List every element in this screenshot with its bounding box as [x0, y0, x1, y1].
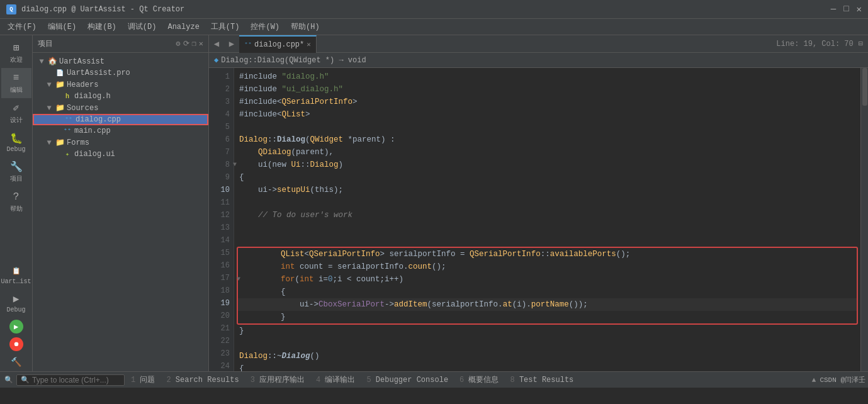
expand-headers[interactable]: ▼ [45, 81, 53, 89]
app-icon: Q [6, 4, 16, 14]
debug-label: Debug [6, 146, 25, 153]
line-num-21: 21 [213, 322, 230, 335]
tree-item-forms[interactable]: ▼ 📁 Forms [33, 137, 208, 149]
breadcrumb-icon: ◆ [214, 55, 218, 65]
design-icon: ✐ [10, 102, 23, 115]
fold-btn-17[interactable]: ▼ [237, 273, 240, 286]
fold-btn-8[interactable]: ▼ [233, 159, 237, 171]
line-num-6: 6 [213, 133, 230, 146]
bottom-tab-test-results[interactable]: 8 Test Results [505, 374, 578, 386]
menu-tools[interactable]: 工具(T) [206, 20, 245, 33]
bottom-tab-compile-output[interactable]: 4 编译输出 [311, 373, 360, 386]
welcome-label: 欢迎 [10, 55, 23, 64]
code-line-14 [234, 234, 860, 247]
code-line-3: #include<QSerialPortInfo> [234, 96, 860, 108]
bottom-tab-issues[interactable]: 1 问题 [126, 373, 160, 386]
run-button[interactable]: ▶ [9, 320, 23, 334]
search-input[interactable] [32, 376, 120, 384]
code-line-2: #include "ui_dialog.h" [234, 83, 860, 96]
expand-uartassist[interactable]: ▼ [38, 57, 45, 66]
sidebar-item-welcome[interactable]: ⊞ 欢迎 [1, 38, 31, 68]
main-cpp-label: main.cpp [74, 126, 111, 135]
tab-nav-left[interactable]: ◀ [209, 35, 224, 53]
split-editor-button[interactable]: ⊟ [859, 39, 863, 48]
bottom-tab-search-results[interactable]: 2 Search Results [161, 374, 244, 386]
code-editor[interactable]: 1 2 3 4 5 6 7 8 9 10 11 12 13 14 15 16 1 [209, 68, 868, 371]
edit-label: 编辑 [10, 86, 23, 94]
bottom-tab-debugger-console[interactable]: 5 Debugger Console [361, 374, 453, 386]
run-debug-label: Debug [6, 306, 25, 313]
dialog-ui-label: dialog.ui [74, 150, 115, 159]
line-num-4: 4 [213, 108, 230, 121]
menu-edit[interactable]: 编辑(E) [43, 20, 82, 33]
sidebar-item-uart[interactable]: 📋 Uart…ist [1, 261, 31, 289]
sidebar-item-edit[interactable]: ≡ 编辑 [1, 68, 31, 98]
menu-build[interactable]: 构建(B) [82, 20, 121, 33]
editor-scrollbar[interactable] [860, 68, 868, 371]
tab-close-button[interactable]: ✕ [307, 40, 311, 48]
tree-item-uartassist[interactable]: ▼ 🏠 UartAssist [33, 55, 208, 67]
code-line-16: int count = serialportInfo.count(); [238, 261, 857, 273]
wrench-button[interactable]: 🔨 [9, 355, 23, 369]
tab-bar: ◀ ▶ ⁺⁺ dialog.cpp* ✕ Line: 19, Col: 70 ⊟ [209, 35, 868, 53]
editor-tab-dialog-cpp[interactable]: ⁺⁺ dialog.cpp* ✕ [239, 35, 317, 53]
record-button[interactable]: ⏺ [9, 337, 23, 351]
close-button[interactable]: ✕ [857, 4, 862, 14]
line-num-9: 9 [213, 171, 230, 184]
tree-item-dialog-cpp[interactable]: ⁺⁺ dialog.cpp [33, 114, 208, 125]
bottom-tabs: 🔍 🔍 1 问题 2 Search Results 3 应用程序输出 4 编译输… [0, 371, 868, 388]
scrollbar-thumb[interactable] [862, 68, 867, 106]
code-line-5 [234, 121, 860, 133]
line-num-19: 19 [213, 297, 230, 310]
tree-item-dialog-ui[interactable]: ✦ dialog.ui [33, 149, 208, 160]
expand-dialog-h [53, 92, 60, 101]
tree-item-headers[interactable]: ▼ 📁 Headers [33, 79, 208, 91]
pro-file-label: UartAssist.pro [67, 69, 130, 77]
sidebar-item-help[interactable]: ? 帮助 [1, 187, 31, 217]
status-search[interactable]: 🔍 [16, 374, 125, 386]
code-line-24: { [234, 362, 860, 371]
pro-file-icon: 📄 [55, 69, 65, 77]
sidebar-item-debug[interactable]: 🐛 Debug [1, 128, 31, 157]
code-line-15: QList<QSerialPortInfo> serialportInfo = … [238, 248, 857, 261]
tab-label: dialog.cpp* [254, 40, 304, 49]
code-line-4: #include<QList> [234, 108, 860, 121]
forms-label: Forms [67, 138, 89, 147]
menu-help[interactable]: 帮助(H) [286, 20, 325, 33]
search-bar-icon[interactable]: 🔍 [3, 374, 15, 386]
tree-item-pro[interactable]: 📄 UartAssist.pro [33, 67, 208, 79]
line-num-17: 17 [213, 272, 230, 284]
menu-analyze[interactable]: Analyze [162, 21, 204, 33]
menu-controls[interactable]: 控件(W) [245, 20, 285, 33]
bottom-tab-overview[interactable]: 6 概要信息 [454, 373, 504, 386]
debug-icon: 🐛 [10, 132, 23, 145]
menu-debug[interactable]: 调试(D) [123, 20, 162, 33]
collapse-icon[interactable]: ❐ [192, 39, 196, 48]
sync-icon[interactable]: ⟳ [183, 39, 189, 48]
menu-file[interactable]: 文件(F) [3, 20, 42, 33]
sidebar-item-design[interactable]: ✐ 设计 [1, 98, 31, 128]
line-num-3: 3 [213, 96, 230, 108]
close-panel-icon[interactable]: ✕ [199, 39, 203, 48]
dialog-cpp-label: dialog.cpp [76, 115, 121, 124]
forms-folder-icon: 📁 [55, 138, 65, 147]
sidebar-item-run-debug[interactable]: ▶ Debug [1, 289, 31, 317]
expand-sources[interactable]: ▼ [45, 104, 53, 113]
filter-icon[interactable]: ⚙ [176, 39, 180, 48]
editor-area: ◀ ▶ ⁺⁺ dialog.cpp* ✕ Line: 19, Col: 70 ⊟… [209, 35, 868, 371]
sidebar-item-projects[interactable]: 🔧 项目 [1, 157, 31, 187]
main-layout: ⊞ 欢迎 ≡ 编辑 ✐ 设计 🐛 Debug 🔧 项目 ? 帮助 📋 Uart…… [0, 35, 868, 371]
bottom-tab-app-output[interactable]: 3 应用程序输出 [245, 373, 310, 386]
code-line-22 [234, 337, 860, 350]
maximize-button[interactable]: □ [843, 4, 848, 14]
search-icon: 🔍 [21, 376, 30, 384]
tab-nav-right[interactable]: ▶ [224, 35, 239, 53]
minimize-button[interactable]: — [831, 4, 836, 14]
tree-item-dialog-h[interactable]: h dialog.h [33, 91, 208, 102]
close-bottom-panel[interactable]: ▲ [812, 376, 819, 384]
sidebar-icons: ⊞ 欢迎 ≡ 编辑 ✐ 设计 🐛 Debug 🔧 项目 ? 帮助 📋 Uart…… [0, 35, 33, 371]
expand-pro [45, 69, 53, 77]
tree-item-main-cpp[interactable]: ⁺⁺ main.cpp [33, 125, 208, 137]
tree-item-sources[interactable]: ▼ 📁 Sources [33, 102, 208, 114]
expand-forms[interactable]: ▼ [45, 138, 53, 147]
